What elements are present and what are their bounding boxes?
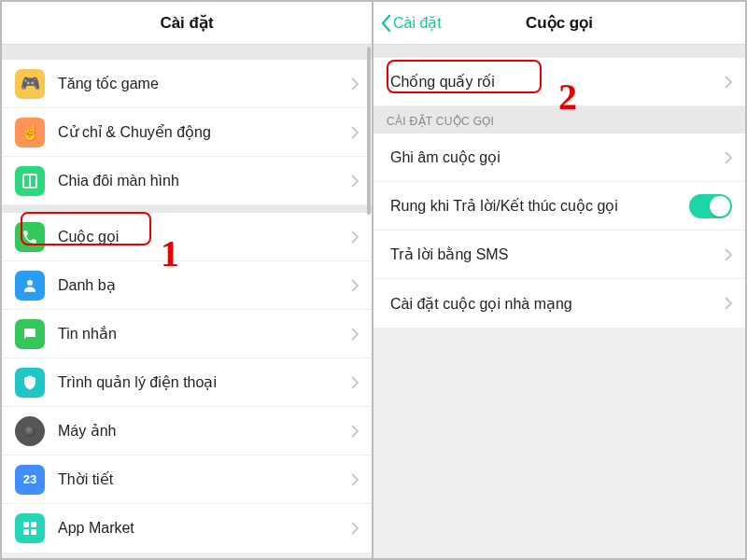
row-anti-harassment[interactable]: Chống quấy rối [374,58,745,106]
row-label: Ghi âm cuộc gọi [390,148,725,166]
chevron-right-icon [351,126,359,139]
svg-rect-6 [31,529,36,535]
chevron-left-icon [381,15,391,32]
row-label: Trình quản lý điện thoại [58,373,351,391]
row-call[interactable]: Cuộc gọi [2,213,372,261]
row-label: Chia đôi màn hình [58,173,351,189]
chevron-right-icon [725,297,732,310]
row-call-recording[interactable]: Ghi âm cuộc gọi [374,133,745,182]
back-button[interactable]: Cài đặt [381,14,442,32]
chevron-right-icon [725,76,732,89]
svg-rect-5 [23,529,29,535]
row-split-screen[interactable]: Chia đôi màn hình [2,157,372,205]
row-sms-reply[interactable]: Trả lời bằng SMS [374,231,745,279]
page-title: Cuộc gọi [526,13,593,33]
row-label: Chống quấy rối [390,73,725,91]
chevron-right-icon [351,231,359,244]
chevron-right-icon [351,328,359,341]
row-label: Trả lời bằng SMS [390,245,725,263]
group-gap [374,45,745,58]
row-contacts[interactable]: Danh bạ [2,261,372,310]
message-icon [15,319,45,349]
app-market-icon [15,513,45,543]
row-camera[interactable]: Máy ảnh [2,407,372,455]
row-label: Máy ảnh [58,422,351,440]
weather-icon: 23 [15,465,45,495]
row-label: Cử chỉ & Chuyển động [58,123,351,141]
header-right: Cài đặt Cuộc gọi [374,2,745,45]
header-left: Cài đặt [2,2,372,45]
row-weather[interactable]: 23 Thời tiết [2,455,372,504]
svg-rect-3 [23,522,29,527]
section-header: CÀI ĐẶT CUỘC GỌI [374,106,745,133]
chevron-right-icon [351,175,359,188]
vibrate-toggle[interactable] [689,194,732,218]
row-label: App Market [58,520,351,537]
row-label: Thời tiết [58,470,351,488]
row-label: Cuộc gọi [58,228,351,245]
settings-pane: Cài đặt 🎮 Tăng tốc game ☝ Cử chỉ & Chuyể… [2,2,374,558]
row-label: Cài đặt cuộc gọi nhà mạng [390,295,725,313]
chevron-right-icon [351,473,359,486]
chevron-right-icon [351,376,359,389]
page-title: Cài đặt [160,13,213,33]
chevron-right-icon [351,279,359,292]
row-messages[interactable]: Tin nhắn [2,310,372,358]
split-screen-icon [15,166,45,196]
row-game-speedup[interactable]: 🎮 Tăng tốc game [2,60,372,108]
call-settings-pane: Cài đặt Cuộc gọi Chống quấy rối CÀI ĐẶT … [374,2,745,558]
row-app-market[interactable]: App Market [2,504,372,553]
svg-point-2 [27,280,33,286]
back-label: Cài đặt [393,14,442,32]
weather-value: 23 [23,472,36,486]
chevron-right-icon [351,522,359,535]
row-label: Danh bạ [58,276,351,294]
camera-icon [15,416,45,446]
scrollbar[interactable] [367,47,371,215]
game-icon: 🎮 [15,69,45,99]
row-vibrate-on-answer[interactable]: Rung khi Trả lời/Kết thúc cuộc gọi [374,182,745,231]
chevron-right-icon [351,77,359,91]
contact-icon [15,271,45,301]
call-settings-list: Chống quấy rối CÀI ĐẶT CUỘC GỌI Ghi âm c… [374,45,745,328]
row-label: Rung khi Trả lời/Kết thúc cuộc gọi [390,197,689,215]
phone-icon [15,222,45,252]
svg-rect-4 [31,522,36,527]
settings-list: 🎮 Tăng tốc game ☝ Cử chỉ & Chuyển động C… [2,45,372,553]
chevron-right-icon [725,151,732,164]
row-label: Tăng tốc game [58,75,351,92]
chevron-right-icon [351,425,359,438]
chevron-right-icon [725,248,732,261]
row-phone-manager[interactable]: Trình quản lý điện thoại [2,358,372,407]
row-carrier-call-settings[interactable]: Cài đặt cuộc gọi nhà mạng [374,279,745,328]
shield-icon [15,368,45,398]
gesture-icon: ☝ [15,118,45,147]
group-gap [2,205,372,213]
row-label: Tin nhắn [58,325,351,343]
group-gap [2,45,372,60]
row-gesture[interactable]: ☝ Cử chỉ & Chuyển động [2,108,372,157]
